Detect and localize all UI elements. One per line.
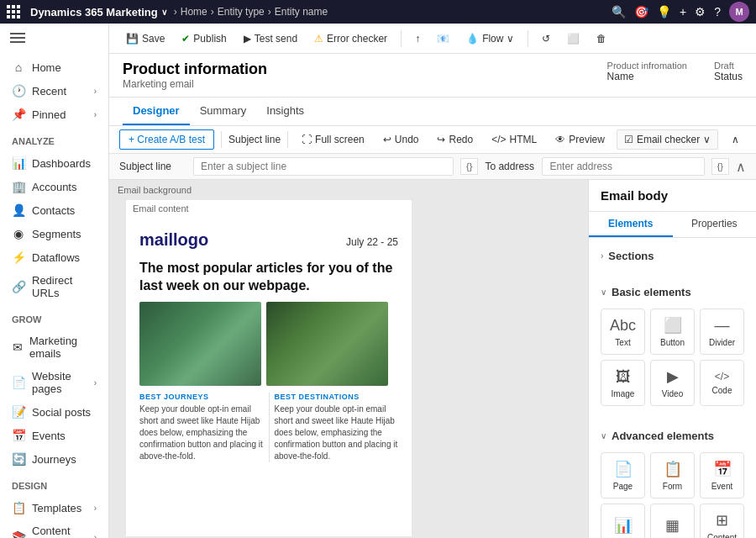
chevron-up-icon: ∧ [732, 134, 739, 145]
sidebar-item-social-posts[interactable]: 📝 Social posts [0, 400, 108, 424]
help-icon[interactable]: ? [714, 5, 721, 18]
sidebar-item-journeys[interactable]: 🔄 Journeys [0, 447, 108, 471]
flow-button[interactable]: 💧 Flow ∨ [459, 29, 521, 48]
email-button[interactable]: 📧 [430, 29, 456, 48]
ab-test-button[interactable]: + Create A/B test [119, 129, 214, 150]
share-button[interactable]: ↑ [408, 29, 427, 48]
sidebar-item-recent[interactable]: 🕐 Recent › [0, 79, 108, 103]
form-element[interactable]: 📋 Form [650, 452, 695, 498]
sidebar-item-website-pages[interactable]: 📄 Website pages › [0, 365, 108, 400]
sidebar-toggle[interactable] [0, 24, 108, 52]
sidebar-item-contacts[interactable]: 👤 Contacts [0, 198, 108, 222]
panel-title: Email body [601, 188, 744, 203]
panel-tab-elements[interactable]: Elements [589, 212, 673, 237]
sections-header[interactable]: › Sections [601, 245, 744, 267]
right-panel: Email body Elements Properties › Section… [588, 180, 756, 538]
sidebar-item-segments[interactable]: ◉ Segments [0, 222, 108, 245]
preview-icon: 👁 [555, 134, 565, 145]
sidebar-item-redirect-urls[interactable]: 🔗 Redirect URLs [0, 269, 108, 304]
video-element[interactable]: ▶ Video [650, 360, 695, 406]
image-element[interactable]: 🖼 Image [601, 360, 645, 406]
events-icon: 📅 [12, 429, 25, 442]
sidebar-item-templates[interactable]: 📋 Templates › [0, 496, 108, 520]
page-element[interactable]: 📄 Page [601, 452, 645, 498]
tab-designer[interactable]: Designer [123, 98, 190, 125]
share-icon: ↑ [415, 33, 420, 45]
event-element[interactable]: 📅 Event [700, 452, 744, 498]
trash-icon: 🗑 [596, 33, 606, 45]
grid-button[interactable]: ⬜ [560, 29, 586, 48]
survey-icon: 📊 [614, 516, 633, 535]
test-send-button[interactable]: ▶ Test send [237, 29, 304, 48]
text-element[interactable]: Abc Text [601, 309, 645, 355]
app-name[interactable]: Dynamics 365 Marketing ∨ [30, 6, 167, 18]
subject-input[interactable] [193, 157, 454, 176]
sidebar-item-events[interactable]: 📅 Events [0, 424, 108, 447]
lightbulb-icon[interactable]: 💡 [657, 5, 671, 18]
sidebar-item-accounts[interactable]: 🏢 Accounts [0, 175, 108, 198]
chevron-right-icon: › [94, 110, 97, 119]
save-button[interactable]: 💾 Save [119, 29, 171, 48]
email-icon: ✉ [12, 340, 23, 354]
breadcrumb: › Home › Entity type › Entity name [174, 6, 605, 18]
email-date: July 22 - 25 [346, 236, 398, 248]
html-icon: </> [491, 134, 506, 145]
app-grid-icon[interactable] [7, 5, 20, 18]
sidebar-item-pinned[interactable]: 📌 Pinned › [0, 103, 108, 126]
sidebar-item-dataflows[interactable]: ⚡ Dataflows [0, 245, 108, 269]
code-element[interactable]: </> Code [700, 360, 744, 406]
avatar[interactable]: M [729, 2, 749, 22]
et-separator [287, 131, 288, 148]
search-icon[interactable]: 🔍 [612, 5, 626, 18]
chevron-down-icon: ∨ [703, 134, 711, 145]
delete-button[interactable]: 🗑 [590, 29, 613, 48]
divider-element[interactable]: — Divider [700, 309, 744, 355]
collapse-toolbar-button[interactable]: ∧ [725, 130, 746, 149]
survey-element[interactable]: 📊 Survey [601, 504, 645, 538]
preview-button[interactable]: 👁 Preview [549, 130, 612, 149]
checker-icon: ☑ [624, 134, 633, 145]
sidebar-item-dashboards[interactable]: 📊 Dashboards [0, 151, 108, 175]
web-icon: 📄 [12, 376, 25, 389]
panel-tab-properties[interactable]: Properties [673, 212, 757, 237]
tab-summary[interactable]: Summary [190, 98, 257, 125]
qrcode-element[interactable]: ▦ QR code [650, 504, 695, 538]
undo-button[interactable]: ↩ Undo [376, 130, 426, 149]
basic-header[interactable]: ∨ Basic elements [601, 281, 744, 303]
page-header-left: Product information Marketing email [123, 61, 267, 90]
chevron-right-icon: › [601, 251, 603, 261]
html-button[interactable]: </> HTML [485, 130, 543, 149]
advanced-header[interactable]: ∨ Advanced elements [601, 425, 744, 447]
email-checker-button[interactable]: ☑ Email checker ∨ [617, 129, 718, 150]
sections-label: Sections [608, 250, 654, 262]
sidebar-grow-section: ✉ Marketing emails 📄 Website pages › 📝 S… [0, 326, 108, 474]
app-chevron: ∨ [161, 8, 167, 17]
button-element[interactable]: ⬜ Button [650, 309, 695, 355]
content-area: 💾 Save ✔ Publish ▶ Test send ⚠ Error che… [109, 24, 756, 538]
sidebar-item-marketing-emails[interactable]: ✉ Marketing emails [0, 330, 108, 365]
text-icon: Abc [610, 317, 636, 335]
collapse-subject-button[interactable]: ∧ [736, 159, 746, 175]
tab-insights[interactable]: Insights [256, 98, 314, 125]
error-checker-button[interactable]: ⚠ Error checker [307, 29, 394, 48]
target-icon[interactable]: 🎯 [634, 5, 648, 18]
settings-icon[interactable]: ⚙ [695, 5, 706, 18]
to-dynamic-button[interactable]: {} [711, 158, 729, 175]
redo-button[interactable]: ↪ Redo [430, 130, 480, 149]
panel-tabs: Elements Properties [589, 212, 756, 238]
page-meta-name: Product infromation Name [607, 61, 687, 82]
email-logo: maillogo [139, 230, 208, 250]
content-block-element[interactable]: ⊞ Content block [700, 504, 744, 538]
sidebar-item-home[interactable]: ⌂ Home [0, 55, 108, 79]
sidebar-item-content-library[interactable]: 📚 Content library › [0, 520, 108, 538]
add-icon[interactable]: + [680, 5, 686, 18]
et-separator [221, 131, 222, 148]
chevron-right-icon: › [94, 533, 97, 539]
refresh-button[interactable]: ↺ [535, 29, 557, 48]
library-icon: 📚 [12, 530, 25, 538]
subject-row: Subject line {} To address {} ∧ [109, 154, 756, 180]
subject-dynamic-button[interactable]: {} [460, 158, 478, 175]
publish-button[interactable]: ✔ Publish [175, 29, 233, 48]
to-address-input[interactable] [542, 157, 704, 176]
full-screen-button[interactable]: ⛶ Full screen [295, 130, 371, 149]
